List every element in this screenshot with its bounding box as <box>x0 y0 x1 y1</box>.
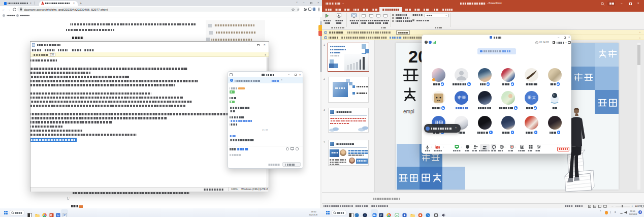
svg-text:M: M <box>57 213 59 216</box>
svg-text:P: P <box>380 213 382 216</box>
